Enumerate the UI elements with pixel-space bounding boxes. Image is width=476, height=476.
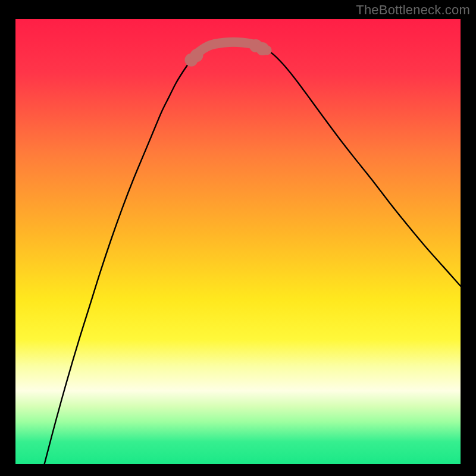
tip-dot	[256, 42, 269, 55]
attribution-text: TheBottleneck.com	[356, 2, 470, 18]
plot-svg	[15, 19, 461, 464]
chart-stage: TheBottleneck.com	[0, 0, 476, 476]
gradient-background	[15, 19, 461, 464]
tip-dot	[190, 49, 203, 62]
plot-area	[15, 19, 461, 464]
